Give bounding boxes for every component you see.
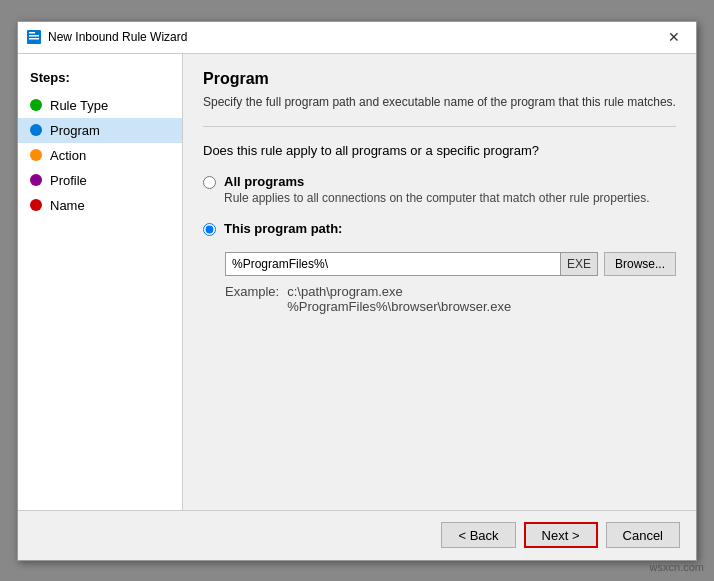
browse-button[interactable]: Browse... [604,252,676,276]
all-programs-option: All programs Rule applies to all connect… [203,174,676,205]
sidebar: Steps: Rule Type Program Action Profile … [18,54,183,510]
svg-rect-3 [29,32,35,34]
close-button[interactable]: ✕ [660,23,688,51]
page-subtitle: Specify the full program path and execut… [203,94,676,111]
sidebar-item-name[interactable]: Name [18,193,182,218]
svg-rect-1 [29,35,39,37]
this-program-label[interactable]: This program path: [224,221,342,236]
back-button[interactable]: < Back [441,522,515,548]
page-title: Program [203,70,676,88]
wizard-window: New Inbound Rule Wizard ✕ Steps: Rule Ty… [17,21,697,561]
this-program-radio[interactable] [203,223,216,236]
next-button[interactable]: Next > [524,522,598,548]
title-bar: New Inbound Rule Wizard ✕ [18,22,696,54]
sidebar-label-rule-type: Rule Type [50,98,108,113]
footer: < Back Next > Cancel [18,510,696,560]
example-paths: c:\path\program.exe %ProgramFiles%\brows… [287,284,511,314]
step-dot-rule-type [30,99,42,111]
path-row: EXE Browse... [225,252,676,276]
example-label: Example: [225,284,279,314]
cancel-button[interactable]: Cancel [606,522,680,548]
sidebar-title: Steps: [18,66,182,93]
separator [203,126,676,127]
step-dot-action [30,149,42,161]
watermark: wsxcn.com [650,561,704,573]
sidebar-label-profile: Profile [50,173,87,188]
main-content: Program Specify the full program path an… [183,54,696,510]
step-dot-name [30,199,42,211]
all-programs-radio[interactable] [203,176,216,189]
title-bar-text: New Inbound Rule Wizard [48,30,660,44]
sidebar-item-profile[interactable]: Profile [18,168,182,193]
step-dot-profile [30,174,42,186]
title-bar-icon [26,29,42,45]
this-program-label-block: This program path: [224,221,342,236]
sidebar-label-program: Program [50,123,100,138]
example-path-1: c:\path\program.exe [287,284,511,299]
sidebar-label-action: Action [50,148,86,163]
sidebar-item-action[interactable]: Action [18,143,182,168]
sidebar-label-name: Name [50,198,85,213]
step-dot-program [30,124,42,136]
sidebar-item-program[interactable]: Program [18,118,182,143]
path-extension-badge: EXE [561,252,598,276]
program-path-input[interactable] [225,252,561,276]
example-path-2: %ProgramFiles%\browser\browser.exe [287,299,511,314]
sidebar-item-rule-type[interactable]: Rule Type [18,93,182,118]
question-text: Does this rule apply to all programs or … [203,143,676,158]
all-programs-label-block: All programs Rule applies to all connect… [224,174,650,205]
svg-rect-2 [29,38,39,40]
content-area: Steps: Rule Type Program Action Profile … [18,54,696,510]
all-programs-label[interactable]: All programs [224,174,650,189]
all-programs-description: Rule applies to all connections on the c… [224,191,650,205]
example-block: Example: c:\path\program.exe %ProgramFil… [225,284,676,314]
this-program-option: This program path: [203,221,676,236]
